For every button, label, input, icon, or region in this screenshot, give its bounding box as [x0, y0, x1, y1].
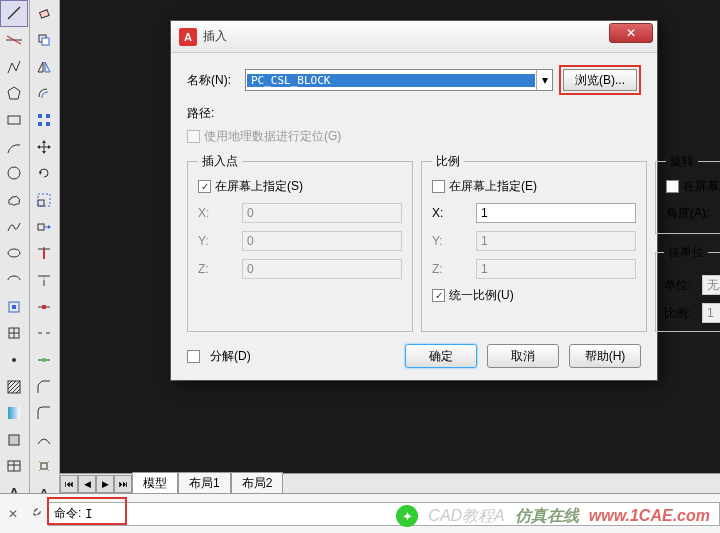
svg-marker-47: [48, 225, 51, 229]
spline-tool[interactable]: [0, 213, 28, 240]
polygon-tool[interactable]: [0, 80, 28, 107]
scale-tool[interactable]: [30, 187, 58, 214]
gradient-tool[interactable]: [0, 400, 28, 427]
insert-x-label: X:: [198, 206, 236, 220]
svg-marker-41: [48, 145, 51, 149]
cancel-button[interactable]: 取消: [487, 344, 559, 368]
erase-tool[interactable]: [30, 0, 58, 27]
array-tool[interactable]: [30, 107, 58, 134]
svg-rect-56: [42, 305, 46, 309]
toolbar-col-1: A: [0, 0, 30, 533]
insert-x-input: [242, 203, 402, 223]
line-tool[interactable]: [0, 0, 28, 27]
join-tool[interactable]: [30, 347, 58, 374]
command-wrench-icon[interactable]: [26, 505, 44, 523]
ellipse-arc-tool[interactable]: [0, 267, 28, 294]
tab-first-button[interactable]: ⏮: [60, 475, 78, 493]
tab-last-button[interactable]: ⏭: [114, 475, 132, 493]
point-tool[interactable]: [0, 347, 28, 374]
name-value: PC_CSL_BLOCK: [247, 74, 535, 87]
tab-model[interactable]: 模型: [132, 472, 178, 495]
svg-rect-45: [38, 224, 44, 230]
svg-line-64: [39, 469, 41, 471]
command-value: I: [85, 507, 92, 521]
svg-line-18: [16, 389, 20, 393]
break-at-point-tool[interactable]: [30, 293, 58, 320]
ellipse-tool[interactable]: [0, 240, 28, 267]
revision-cloud-tool[interactable]: [0, 187, 28, 214]
layout-tab-bar: ⏮ ◀ ▶ ⏭ 模型 布局1 布局2: [60, 473, 720, 493]
unit-input: [702, 275, 720, 295]
move-tool[interactable]: [30, 133, 58, 160]
svg-rect-20: [9, 435, 19, 445]
block-unit-group: 块单位 单位: 比例:: [655, 244, 720, 332]
ok-button[interactable]: 确定: [405, 344, 477, 368]
wechat-icon: ✦: [396, 505, 418, 527]
uniform-scale-checkbox[interactable]: [432, 289, 445, 302]
mirror-tool[interactable]: [30, 53, 58, 80]
break-tool[interactable]: [30, 320, 58, 347]
explode-label: 分解(D): [210, 348, 251, 365]
rectangle-tool[interactable]: [0, 107, 28, 134]
blend-tool[interactable]: [30, 427, 58, 454]
arc-tool[interactable]: [0, 133, 28, 160]
scale-group: 比例 在屏幕上指定(E) X: Y: Z: 统一比例(U): [421, 153, 647, 332]
svg-rect-34: [38, 122, 42, 126]
fillet-tool[interactable]: [30, 400, 58, 427]
command-close-icon[interactable]: ✕: [4, 505, 22, 523]
rotate-tool[interactable]: [30, 160, 58, 187]
svg-rect-43: [38, 200, 44, 206]
scale-x-label: X:: [432, 206, 470, 220]
hatch-tool[interactable]: [0, 373, 28, 400]
svg-rect-27: [40, 10, 50, 18]
make-block-tool[interactable]: [0, 320, 28, 347]
toolbar-col-2: A A: [30, 0, 60, 533]
help-button[interactable]: 帮助(H): [569, 344, 641, 368]
offset-tool[interactable]: [30, 80, 58, 107]
geo-checkbox: [187, 130, 200, 143]
circle-tool[interactable]: [0, 160, 28, 187]
rotate-onscreen-label: 在屏幕上指定(C): [683, 178, 720, 195]
svg-rect-32: [38, 114, 42, 118]
svg-rect-29: [42, 38, 49, 45]
copy-tool[interactable]: [30, 27, 58, 54]
table-tool[interactable]: [0, 453, 28, 480]
construction-line-tool[interactable]: [0, 27, 28, 54]
scale-y-label: Y:: [432, 234, 470, 248]
left-toolbars: A A A: [0, 0, 60, 533]
rotate-legend: 旋转: [666, 153, 698, 170]
trim-tool[interactable]: [30, 240, 58, 267]
path-label: 路径:: [187, 106, 214, 120]
tab-layout2[interactable]: 布局2: [231, 472, 284, 495]
scale-onscreen-checkbox[interactable]: [432, 180, 445, 193]
stretch-tool[interactable]: [30, 213, 58, 240]
insert-onscreen-checkbox[interactable]: [198, 180, 211, 193]
watermark-text-2: www.1CAE.com: [589, 507, 710, 525]
rotate-onscreen-checkbox[interactable]: [666, 180, 679, 193]
svg-line-62: [39, 461, 41, 463]
svg-line-14: [8, 381, 12, 385]
explode-checkbox[interactable]: [187, 350, 200, 363]
insert-y-input: [242, 231, 402, 251]
extend-tool[interactable]: [30, 267, 58, 294]
ratio-label: 比例:: [664, 305, 696, 322]
scale-onscreen-label: 在屏幕上指定(E): [449, 178, 537, 195]
dialog-titlebar[interactable]: A 插入 ✕: [171, 21, 657, 53]
tab-prev-button[interactable]: ◀: [78, 475, 96, 493]
name-combobox[interactable]: PC_CSL_BLOCK ▾: [245, 69, 553, 91]
chamfer-tool[interactable]: [30, 373, 58, 400]
tab-layout1[interactable]: 布局1: [178, 472, 231, 495]
combo-arrow-icon[interactable]: ▾: [536, 70, 552, 90]
polyline-tool[interactable]: [0, 53, 28, 80]
tab-next-button[interactable]: ▶: [96, 475, 114, 493]
explode-tool[interactable]: [30, 453, 58, 480]
region-tool[interactable]: [0, 427, 28, 454]
svg-point-12: [12, 358, 16, 362]
svg-point-60: [42, 358, 46, 362]
footer-watermark: ✦ CAD教程A 仿真在线 www.1CAE.com: [396, 505, 710, 527]
browse-button[interactable]: 浏览(B)...: [563, 69, 637, 91]
insert-block-tool[interactable]: [0, 293, 28, 320]
svg-marker-31: [45, 62, 50, 72]
dialog-close-button[interactable]: ✕: [609, 23, 653, 43]
scale-x-input[interactable]: [476, 203, 636, 223]
